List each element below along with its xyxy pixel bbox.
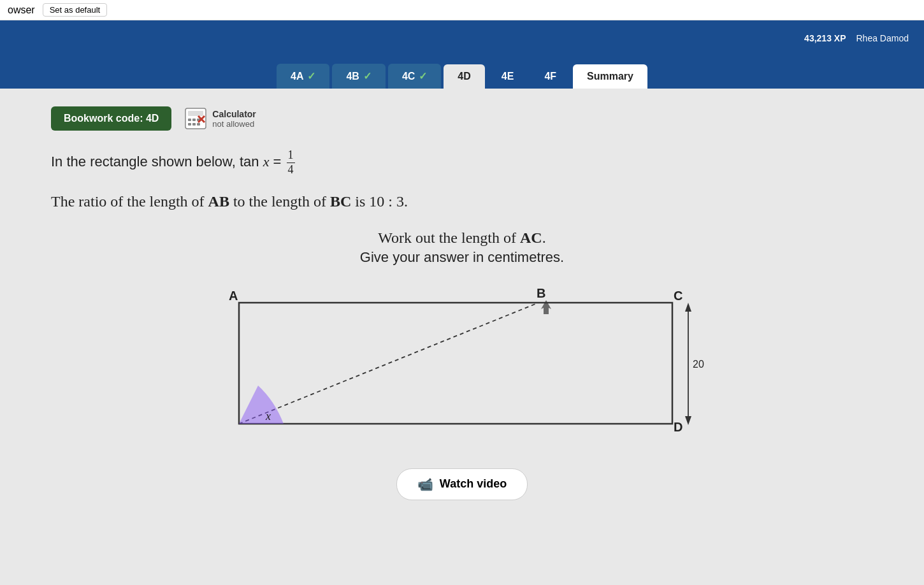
calculator-info: Calculator not allowed — [184, 107, 256, 130]
watch-video-button[interactable]: 📹 Watch video — [396, 468, 528, 500]
label-A: A — [229, 289, 238, 303]
set-default-button[interactable]: Set as default — [43, 3, 108, 17]
tab-4E[interactable]: 4E — [487, 64, 528, 89]
bookwork-row: Bookwork code: 4D Calculator not allowed — [51, 106, 873, 131]
fraction-num: 1 — [287, 148, 295, 163]
label-B: B — [537, 286, 545, 300]
tab-4D[interactable]: 4D — [444, 64, 484, 89]
tab-4B-label: 4B — [346, 71, 359, 82]
tab-4A-label: 4A — [291, 71, 303, 82]
user-display: Rhea Damod — [856, 33, 909, 43]
svg-line-11 — [239, 303, 538, 424]
fraction: 14 — [287, 148, 295, 177]
tab-4A-check: ✓ — [307, 70, 315, 82]
browser-label: owser — [8, 4, 35, 16]
label-D: D — [674, 420, 682, 434]
video-icon: 📹 — [417, 477, 433, 492]
tab-4B-check: ✓ — [363, 70, 372, 82]
tab-4D-label: 4D — [458, 71, 470, 82]
tab-4B[interactable]: 4B ✓ — [332, 64, 385, 89]
problem-var-x: x — [263, 154, 270, 170]
top-bar: owser Set as default — [0, 0, 924, 20]
tab-4F[interactable]: 4F — [530, 64, 570, 89]
dimension-label: 20 cm — [693, 359, 704, 370]
svg-rect-10 — [239, 303, 672, 424]
svg-rect-2 — [188, 119, 191, 121]
svg-rect-7 — [197, 123, 200, 126]
svg-rect-1 — [188, 111, 203, 116]
header: 43,213 XP Rhea Damod — [0, 20, 924, 56]
watch-video-label: Watch video — [440, 477, 507, 491]
tab-summary[interactable]: Summary — [573, 64, 647, 89]
diagram-container: A B C D x 20 cm — [51, 284, 873, 449]
tab-4E-label: 4E — [502, 71, 514, 82]
arrow-up — [685, 303, 691, 312]
main-content: Bookwork code: 4D Calculator not allowed — [0, 89, 924, 585]
problem-line2: The ratio of the length of AB to the len… — [51, 189, 873, 213]
problem-line1-pre: In the rectangle shown below, tan — [51, 154, 263, 170]
nav-tabs: 4A ✓ 4B ✓ 4C ✓ 4D 4E 4F Summary — [0, 56, 924, 89]
fraction-den: 4 — [287, 163, 295, 177]
problem-line4: Give your answer in centimetres. — [51, 249, 873, 266]
svg-rect-5 — [188, 123, 191, 126]
label-x: x — [265, 410, 271, 422]
bookwork-code: Bookwork code: 4D — [51, 106, 171, 131]
tab-4C-label: 4C — [402, 71, 415, 82]
problem-line1: In the rectangle shown below, tan x = 14 — [51, 148, 873, 177]
problem-line3: Work out the length of AC. — [51, 229, 873, 247]
calculator-icon — [184, 107, 207, 130]
tab-4C[interactable]: 4C ✓ — [388, 64, 441, 89]
calculator-label: Calculator — [212, 109, 256, 119]
tab-4C-check: ✓ — [419, 70, 427, 82]
svg-rect-6 — [192, 123, 196, 126]
watch-video-container: 📹 Watch video — [51, 468, 873, 500]
arrow-down — [685, 416, 691, 425]
calculator-sublabel: not allowed — [212, 119, 256, 129]
label-C: C — [674, 289, 682, 303]
problem-eq: = — [269, 154, 285, 170]
svg-rect-3 — [192, 119, 196, 121]
tab-4F-label: 4F — [544, 71, 556, 82]
tab-summary-label: Summary — [587, 71, 633, 82]
tab-4A[interactable]: 4A ✓ — [277, 64, 329, 89]
calculator-text: Calculator not allowed — [212, 109, 256, 129]
rectangle-diagram: A B C D x 20 cm — [220, 284, 704, 449]
xp-display: 43,213 XP — [804, 33, 846, 43]
